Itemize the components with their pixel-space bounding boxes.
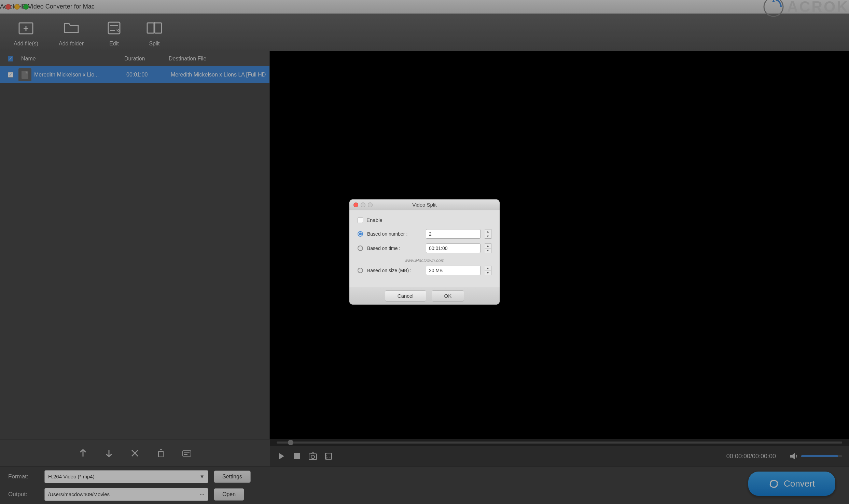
dialog-close-button[interactable] [353,202,358,207]
size-spinner-down[interactable]: ▼ [485,271,491,275]
size-spinner[interactable]: ▲ ▼ [485,266,491,275]
radio-time[interactable] [358,246,363,251]
size-spinner-up[interactable]: ▲ [485,266,491,271]
dialog-minimize-button[interactable] [361,202,365,207]
number-spinner[interactable]: ▲ ▼ [485,229,491,239]
number-input[interactable]: 2 [426,229,481,239]
dialog-title: Video Split [412,202,436,208]
time-spinner-down[interactable]: ▼ [485,249,491,253]
ok-button[interactable]: OK [432,290,464,302]
radio-size[interactable] [358,268,363,273]
watermark-text: www.MacDown.com [358,258,491,263]
size-value: 20 MB [429,268,443,273]
option-time-label: Based on time : [367,246,422,251]
modal-overlay: Video Split Enable Based on number : 2 ▲… [0,0,849,504]
radio-number[interactable] [358,231,363,237]
option-size-label: Based on size (MB) : [367,268,422,273]
option-size-row: Based on size (MB) : 20 MB ▲ ▼ [358,266,491,275]
time-input[interactable]: 00:01:00 [426,243,481,253]
dialog-maximize-button[interactable] [368,202,373,207]
spinner-up[interactable]: ▲ [485,229,491,234]
option-number-row: Based on number : 2 ▲ ▼ [358,229,491,239]
dialog-titlebar: Video Split [349,199,500,210]
option-number-label: Based on number : [367,231,422,237]
enable-label: Enable [366,217,382,223]
time-spinner[interactable]: ▲ ▼ [485,243,491,253]
enable-checkbox[interactable] [358,218,363,223]
number-value: 2 [429,231,432,237]
option-time-row: Based on time : 00:01:00 ▲ ▼ [358,243,491,253]
enable-row: Enable [358,217,491,223]
dialog-footer: Cancel OK [349,287,500,305]
video-split-dialog: Video Split Enable Based on number : 2 ▲… [349,199,500,305]
spinner-down[interactable]: ▼ [485,234,491,239]
cancel-button[interactable]: Cancel [385,290,426,302]
size-input[interactable]: 20 MB [426,266,481,275]
dialog-traffic-lights [353,202,373,207]
dialog-body: Enable Based on number : 2 ▲ ▼ Based on … [349,210,500,287]
time-value: 00:01:00 [429,246,448,251]
time-spinner-up[interactable]: ▲ [485,244,491,249]
